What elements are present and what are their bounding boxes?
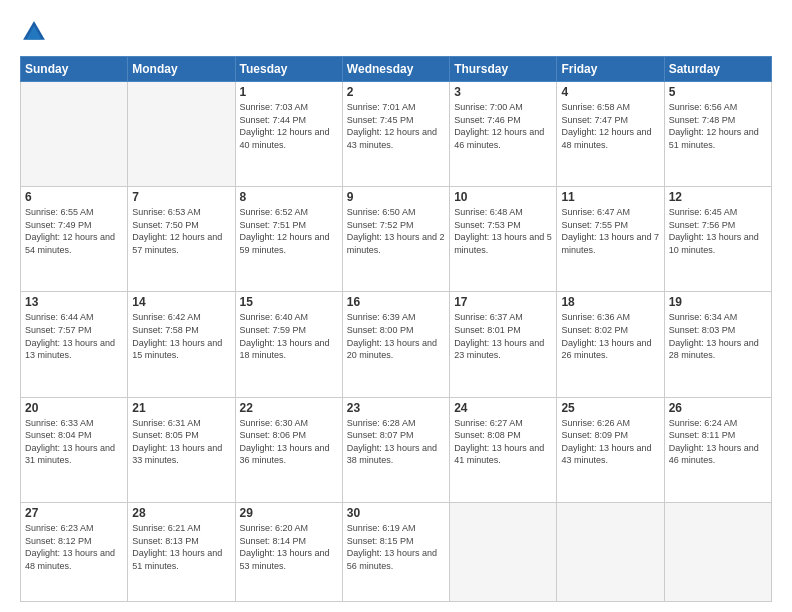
day-number: 16 [347,295,445,309]
day-number: 22 [240,401,338,415]
day-info: Sunrise: 6:48 AM Sunset: 7:53 PM Dayligh… [454,206,552,256]
day-number: 9 [347,190,445,204]
day-number: 8 [240,190,338,204]
calendar-header-row: SundayMondayTuesdayWednesdayThursdayFrid… [21,57,772,82]
day-info: Sunrise: 6:26 AM Sunset: 8:09 PM Dayligh… [561,417,659,467]
calendar-cell [450,502,557,601]
calendar-cell: 20Sunrise: 6:33 AM Sunset: 8:04 PM Dayli… [21,397,128,502]
day-number: 28 [132,506,230,520]
calendar-cell [21,82,128,187]
day-number: 5 [669,85,767,99]
weekday-header-saturday: Saturday [664,57,771,82]
calendar-cell [128,82,235,187]
day-number: 27 [25,506,123,520]
weekday-header-friday: Friday [557,57,664,82]
day-info: Sunrise: 6:44 AM Sunset: 7:57 PM Dayligh… [25,311,123,361]
day-number: 29 [240,506,338,520]
weekday-header-wednesday: Wednesday [342,57,449,82]
day-info: Sunrise: 6:55 AM Sunset: 7:49 PM Dayligh… [25,206,123,256]
calendar-cell: 15Sunrise: 6:40 AM Sunset: 7:59 PM Dayli… [235,292,342,397]
calendar-cell [664,502,771,601]
calendar-table: SundayMondayTuesdayWednesdayThursdayFrid… [20,56,772,602]
header [20,18,772,46]
day-info: Sunrise: 6:27 AM Sunset: 8:08 PM Dayligh… [454,417,552,467]
day-info: Sunrise: 6:37 AM Sunset: 8:01 PM Dayligh… [454,311,552,361]
day-number: 24 [454,401,552,415]
day-number: 7 [132,190,230,204]
day-info: Sunrise: 6:39 AM Sunset: 8:00 PM Dayligh… [347,311,445,361]
day-number: 21 [132,401,230,415]
calendar-cell: 26Sunrise: 6:24 AM Sunset: 8:11 PM Dayli… [664,397,771,502]
weekday-header-sunday: Sunday [21,57,128,82]
logo-icon [20,18,48,46]
day-number: 11 [561,190,659,204]
calendar-cell: 6Sunrise: 6:55 AM Sunset: 7:49 PM Daylig… [21,187,128,292]
day-number: 30 [347,506,445,520]
calendar-cell: 16Sunrise: 6:39 AM Sunset: 8:00 PM Dayli… [342,292,449,397]
day-info: Sunrise: 6:40 AM Sunset: 7:59 PM Dayligh… [240,311,338,361]
day-info: Sunrise: 6:42 AM Sunset: 7:58 PM Dayligh… [132,311,230,361]
calendar-cell: 9Sunrise: 6:50 AM Sunset: 7:52 PM Daylig… [342,187,449,292]
day-info: Sunrise: 6:36 AM Sunset: 8:02 PM Dayligh… [561,311,659,361]
day-number: 12 [669,190,767,204]
day-number: 17 [454,295,552,309]
day-number: 15 [240,295,338,309]
calendar-cell: 5Sunrise: 6:56 AM Sunset: 7:48 PM Daylig… [664,82,771,187]
calendar-cell: 14Sunrise: 6:42 AM Sunset: 7:58 PM Dayli… [128,292,235,397]
calendar-cell: 21Sunrise: 6:31 AM Sunset: 8:05 PM Dayli… [128,397,235,502]
calendar-cell: 30Sunrise: 6:19 AM Sunset: 8:15 PM Dayli… [342,502,449,601]
calendar-cell: 1Sunrise: 7:03 AM Sunset: 7:44 PM Daylig… [235,82,342,187]
day-info: Sunrise: 6:52 AM Sunset: 7:51 PM Dayligh… [240,206,338,256]
day-info: Sunrise: 6:19 AM Sunset: 8:15 PM Dayligh… [347,522,445,572]
calendar-cell: 25Sunrise: 6:26 AM Sunset: 8:09 PM Dayli… [557,397,664,502]
day-info: Sunrise: 6:56 AM Sunset: 7:48 PM Dayligh… [669,101,767,151]
day-info: Sunrise: 6:53 AM Sunset: 7:50 PM Dayligh… [132,206,230,256]
calendar-week-5: 27Sunrise: 6:23 AM Sunset: 8:12 PM Dayli… [21,502,772,601]
day-info: Sunrise: 6:23 AM Sunset: 8:12 PM Dayligh… [25,522,123,572]
day-info: Sunrise: 6:20 AM Sunset: 8:14 PM Dayligh… [240,522,338,572]
calendar-cell: 17Sunrise: 6:37 AM Sunset: 8:01 PM Dayli… [450,292,557,397]
calendar-cell: 8Sunrise: 6:52 AM Sunset: 7:51 PM Daylig… [235,187,342,292]
day-number: 20 [25,401,123,415]
logo [20,18,52,46]
day-info: Sunrise: 6:58 AM Sunset: 7:47 PM Dayligh… [561,101,659,151]
day-number: 25 [561,401,659,415]
calendar-week-3: 13Sunrise: 6:44 AM Sunset: 7:57 PM Dayli… [21,292,772,397]
weekday-header-thursday: Thursday [450,57,557,82]
day-info: Sunrise: 6:21 AM Sunset: 8:13 PM Dayligh… [132,522,230,572]
day-info: Sunrise: 6:28 AM Sunset: 8:07 PM Dayligh… [347,417,445,467]
calendar-cell [557,502,664,601]
weekday-header-tuesday: Tuesday [235,57,342,82]
calendar-cell: 23Sunrise: 6:28 AM Sunset: 8:07 PM Dayli… [342,397,449,502]
day-number: 13 [25,295,123,309]
day-number: 4 [561,85,659,99]
day-info: Sunrise: 7:00 AM Sunset: 7:46 PM Dayligh… [454,101,552,151]
calendar-cell: 24Sunrise: 6:27 AM Sunset: 8:08 PM Dayli… [450,397,557,502]
calendar-cell: 29Sunrise: 6:20 AM Sunset: 8:14 PM Dayli… [235,502,342,601]
calendar-cell: 3Sunrise: 7:00 AM Sunset: 7:46 PM Daylig… [450,82,557,187]
day-number: 6 [25,190,123,204]
day-number: 26 [669,401,767,415]
calendar-cell: 28Sunrise: 6:21 AM Sunset: 8:13 PM Dayli… [128,502,235,601]
page: SundayMondayTuesdayWednesdayThursdayFrid… [0,0,792,612]
calendar-week-1: 1Sunrise: 7:03 AM Sunset: 7:44 PM Daylig… [21,82,772,187]
day-number: 3 [454,85,552,99]
calendar-cell: 13Sunrise: 6:44 AM Sunset: 7:57 PM Dayli… [21,292,128,397]
calendar-cell: 19Sunrise: 6:34 AM Sunset: 8:03 PM Dayli… [664,292,771,397]
calendar-week-2: 6Sunrise: 6:55 AM Sunset: 7:49 PM Daylig… [21,187,772,292]
calendar-cell: 18Sunrise: 6:36 AM Sunset: 8:02 PM Dayli… [557,292,664,397]
day-info: Sunrise: 6:50 AM Sunset: 7:52 PM Dayligh… [347,206,445,256]
calendar-cell: 4Sunrise: 6:58 AM Sunset: 7:47 PM Daylig… [557,82,664,187]
calendar-cell: 2Sunrise: 7:01 AM Sunset: 7:45 PM Daylig… [342,82,449,187]
calendar-week-4: 20Sunrise: 6:33 AM Sunset: 8:04 PM Dayli… [21,397,772,502]
calendar-cell: 11Sunrise: 6:47 AM Sunset: 7:55 PM Dayli… [557,187,664,292]
weekday-header-monday: Monday [128,57,235,82]
day-info: Sunrise: 6:34 AM Sunset: 8:03 PM Dayligh… [669,311,767,361]
day-number: 19 [669,295,767,309]
day-number: 14 [132,295,230,309]
day-info: Sunrise: 6:24 AM Sunset: 8:11 PM Dayligh… [669,417,767,467]
day-number: 18 [561,295,659,309]
day-number: 1 [240,85,338,99]
day-info: Sunrise: 7:03 AM Sunset: 7:44 PM Dayligh… [240,101,338,151]
day-info: Sunrise: 6:45 AM Sunset: 7:56 PM Dayligh… [669,206,767,256]
